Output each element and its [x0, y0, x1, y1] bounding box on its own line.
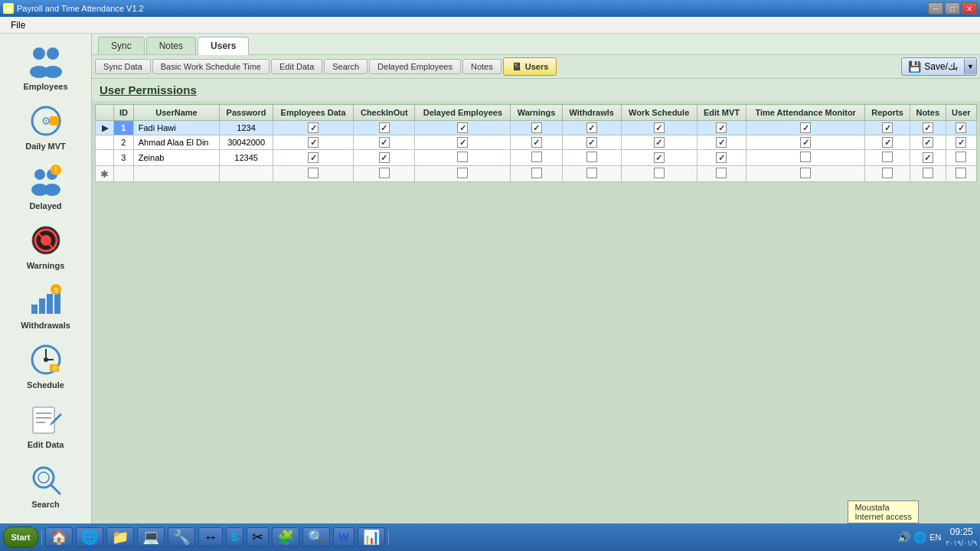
taskbar-app-2[interactable]: 🌐	[76, 527, 103, 547]
checkbox[interactable]	[379, 137, 390, 148]
cell-cb-3-6[interactable]	[621, 150, 697, 166]
table-row[interactable]: 3 Zeinab 12345	[96, 150, 977, 166]
checkbox[interactable]	[379, 168, 390, 178]
cell-cb-1-7[interactable]	[697, 121, 746, 135]
checkbox[interactable]	[923, 168, 933, 178]
taskbar-app-7[interactable]: S	[226, 527, 243, 547]
checkbox[interactable]	[457, 168, 468, 178]
taskbar-app-4[interactable]: 💻	[137, 527, 165, 547]
table-row[interactable]: 2 Ahmad Alaa El Din 30042000	[96, 135, 977, 150]
checkbox[interactable]	[586, 152, 597, 162]
start-button[interactable]: Start	[3, 527, 38, 548]
checkbox[interactable]	[308, 137, 318, 148]
cell-cb-3-1[interactable]	[273, 150, 353, 166]
cell-cb-1-11[interactable]	[946, 121, 976, 135]
checkbox[interactable]	[882, 168, 893, 178]
checkbox[interactable]	[882, 122, 893, 133]
checkbox[interactable]	[654, 122, 665, 133]
checkbox[interactable]	[586, 168, 597, 178]
new-row-cb-11[interactable]	[946, 166, 976, 182]
cell-cb-2-10[interactable]	[910, 135, 946, 150]
sidebar-item-schedule[interactable]: ⚙ Schedule	[4, 336, 88, 394]
checkbox[interactable]	[457, 122, 468, 133]
cell-cb-1-6[interactable]	[621, 121, 697, 135]
checkbox[interactable]	[923, 122, 933, 133]
checkbox[interactable]	[308, 168, 318, 178]
new-row-cb-4[interactable]	[511, 166, 562, 182]
new-row-cb-9[interactable]	[865, 166, 910, 182]
taskbar-app-5[interactable]: 🔧	[168, 527, 195, 547]
taskbar-app-8[interactable]: ✂	[247, 527, 269, 547]
cell-cb-1-10[interactable]	[910, 121, 946, 135]
cell-cb-2-2[interactable]	[354, 135, 415, 150]
cell-cb-3-11[interactable]	[946, 150, 976, 166]
maximize-button[interactable]: □	[945, 2, 960, 15]
toolbar-edit-data[interactable]: Edit Data	[271, 59, 322, 74]
taskbar-app-10[interactable]: 🔍	[302, 527, 330, 547]
table-area[interactable]: ID UserName Password Employees Data Chec…	[92, 101, 980, 539]
checkbox[interactable]	[457, 152, 468, 162]
checkbox[interactable]	[800, 122, 811, 133]
new-row-cb-5[interactable]	[562, 166, 621, 182]
sidebar-item-withdrawals[interactable]: $ Withdrawals	[4, 276, 88, 334]
save-dropdown-arrow[interactable]: ▼	[964, 59, 976, 74]
checkbox[interactable]	[716, 152, 727, 163]
sidebar-item-delayed[interactable]: ! Delayed	[4, 157, 88, 215]
toolbar-notes[interactable]: Notes	[462, 59, 501, 74]
cell-cb-1-5[interactable]	[562, 121, 621, 135]
checkbox[interactable]	[923, 137, 933, 148]
cell-cb-3-5[interactable]	[562, 150, 621, 166]
cell-cb-1-4[interactable]	[511, 121, 562, 135]
taskbar-app-11[interactable]: W	[333, 527, 354, 547]
close-button[interactable]: ✕	[962, 2, 977, 15]
checkbox[interactable]	[800, 152, 811, 162]
tab-users[interactable]: Users	[198, 37, 249, 55]
toolbar-search[interactable]: Search	[324, 59, 368, 74]
checkbox[interactable]	[716, 122, 727, 133]
cell-cb-2-1[interactable]	[273, 135, 353, 150]
new-row-cb-7[interactable]	[697, 166, 746, 182]
cell-cb-2-8[interactable]	[746, 135, 865, 150]
checkbox[interactable]	[882, 152, 893, 162]
checkbox[interactable]	[379, 152, 390, 163]
checkbox[interactable]	[457, 137, 468, 148]
cell-cb-2-11[interactable]	[946, 135, 976, 150]
save-button[interactable]: 💾 Save/بك ▼	[901, 57, 977, 76]
checkbox[interactable]	[586, 137, 597, 148]
tab-notes[interactable]: Notes	[146, 37, 196, 54]
checkbox[interactable]	[531, 152, 542, 162]
cell-cb-1-1[interactable]	[273, 121, 353, 135]
toolbar-users-active[interactable]: 🖥 Users	[503, 57, 557, 76]
taskbar-app-9[interactable]: 🧩	[272, 527, 299, 547]
table-row[interactable]: ▶ 1 Fadi Hawi 1234	[96, 121, 977, 135]
checkbox[interactable]	[716, 168, 727, 178]
checkbox[interactable]	[716, 137, 727, 148]
checkbox[interactable]	[654, 168, 665, 178]
checkbox[interactable]	[800, 168, 811, 178]
cell-cb-3-3[interactable]	[415, 150, 511, 166]
sidebar-item-daily[interactable]: ⚙ Daily MVT	[4, 97, 88, 155]
cell-cb-2-5[interactable]	[562, 135, 621, 150]
cell-cb-3-2[interactable]	[354, 150, 415, 166]
checkbox[interactable]	[654, 137, 665, 148]
toolbar-basic-work-schedule[interactable]: Basic Work Schedule Time	[152, 59, 270, 74]
checkbox[interactable]	[956, 122, 966, 133]
checkbox[interactable]	[531, 168, 542, 178]
checkbox[interactable]	[531, 122, 542, 133]
new-row-cb-6[interactable]	[621, 166, 697, 182]
cell-cb-3-9[interactable]	[865, 150, 910, 166]
sidebar-item-search[interactable]: Search	[4, 455, 88, 514]
taskbar-app-3[interactable]: 📁	[106, 527, 134, 547]
checkbox[interactable]	[956, 168, 966, 178]
taskbar-app-12[interactable]: 📊	[358, 527, 385, 547]
checkbox[interactable]	[379, 122, 390, 133]
cell-cb-1-8[interactable]	[746, 121, 865, 135]
minimize-button[interactable]: ─	[928, 2, 943, 15]
cell-cb-3-4[interactable]	[511, 150, 562, 166]
cell-cb-2-9[interactable]	[865, 135, 910, 150]
new-row-cb-3[interactable]	[415, 166, 511, 182]
checkbox[interactable]	[923, 152, 933, 163]
checkbox[interactable]	[800, 137, 811, 148]
cell-cb-1-9[interactable]	[865, 121, 910, 135]
checkbox[interactable]	[531, 137, 542, 148]
